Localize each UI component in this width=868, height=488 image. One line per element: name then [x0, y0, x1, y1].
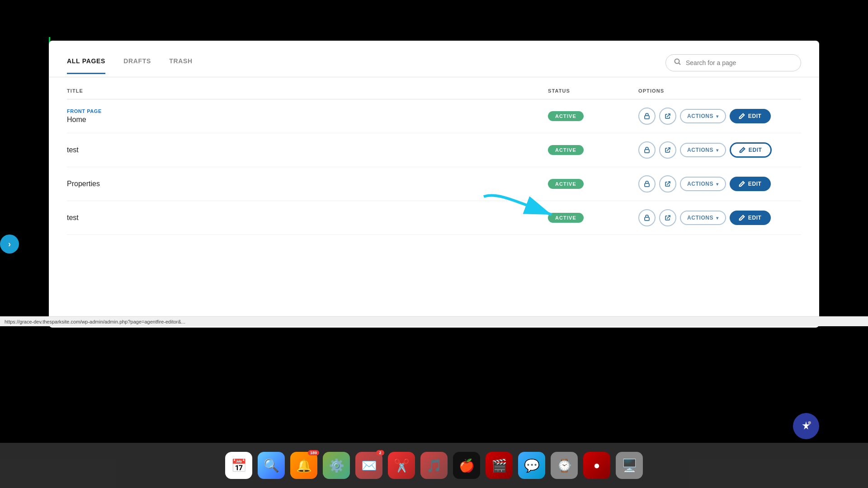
row-status-cell: ACTIVE: [548, 213, 638, 223]
svg-point-7: [808, 421, 811, 424]
edit-label: EDIT: [748, 215, 762, 221]
actions-button[interactable]: ACTIONS ▾: [680, 211, 726, 225]
scissors-icon: ✂️: [394, 458, 410, 473]
dock-icon-red[interactable]: ●: [583, 452, 610, 479]
search-bar[interactable]: [665, 54, 801, 71]
chevron-right-icon: ›: [8, 239, 11, 249]
external-link-button[interactable]: [659, 175, 676, 192]
svg-line-1: [679, 63, 681, 65]
chevron-down-icon: ▾: [716, 148, 719, 153]
svg-point-0: [675, 59, 679, 64]
status-badge: ACTIVE: [548, 111, 584, 121]
grid-icon: ⚙️: [329, 458, 344, 473]
actions-button[interactable]: ACTIONS ▾: [680, 109, 726, 123]
lock-icon-button[interactable]: [638, 175, 656, 192]
svg-rect-5: [645, 217, 649, 221]
external-link-button[interactable]: [659, 108, 676, 125]
dock-icon-video[interactable]: 🎬: [486, 452, 513, 479]
table-row: test ACTIVE ACTIONS ▾ EDIT: [67, 201, 801, 235]
tab-trash[interactable]: TRASH: [169, 57, 193, 74]
edit-label: EDIT: [748, 113, 762, 119]
row-options-cell: ACTIONS ▾ EDIT: [638, 108, 801, 125]
edit-button[interactable]: EDIT: [730, 109, 771, 123]
row-options-cell: ACTIONS ▾ EDIT: [638, 141, 801, 159]
dock-bar: 📅 🔍 🔔 189 ⚙️ ✉️ 2 ✂️ 🎵 🍎 🎬 💬 ⌚ ●: [0, 443, 868, 488]
status-bar: https://grace-dev.thesparksite.com/wp-ad…: [0, 316, 868, 326]
nav-expand-button[interactable]: ›: [0, 235, 19, 253]
tabs-left: ALL PAGES DRAFTS TRASH: [67, 57, 193, 74]
dock-icon-finder[interactable]: 🔍: [258, 452, 285, 479]
lock-icon-button[interactable]: [638, 141, 656, 159]
search-icon: [674, 58, 681, 67]
chevron-down-icon: ▾: [716, 216, 719, 221]
table-area: TITLE STATUS OPTIONS FRONT PAGE Home ACT…: [49, 77, 819, 235]
red-icon: ●: [594, 459, 600, 472]
status-url: https://grace-dev.thesparksite.com/wp-ad…: [5, 319, 185, 324]
dock-icon-messages[interactable]: ✉️ 2: [355, 452, 382, 479]
status-badge: ACTIVE: [548, 179, 584, 189]
notification-icon: 🔔: [296, 458, 312, 473]
dock-icon-grid[interactable]: ⚙️: [323, 452, 350, 479]
tabs-bar: ALL PAGES DRAFTS TRASH: [49, 41, 819, 77]
dock-icon-watch[interactable]: ⌚: [551, 452, 578, 479]
lock-icon-button[interactable]: [638, 209, 656, 226]
external-link-button[interactable]: [659, 141, 676, 159]
dock-icon-music[interactable]: 🎵: [420, 452, 448, 479]
row-title-cell: test: [67, 214, 548, 222]
edit-label: EDIT: [748, 181, 762, 187]
dock-icon-appletv[interactable]: 🍎: [453, 452, 480, 479]
table-row: test ACTIVE ACTIONS ▾ EDIT: [67, 133, 801, 167]
row-options-cell: ACTIONS ▾ EDIT: [638, 209, 801, 226]
external-link-button[interactable]: [659, 209, 676, 226]
row-title-cell: FRONT PAGE Home: [67, 108, 548, 124]
video-icon: 🎬: [491, 458, 507, 473]
row-front-page-label: FRONT PAGE: [67, 108, 548, 114]
tab-all-pages[interactable]: ALL PAGES: [67, 57, 105, 74]
dock-icon-notifications[interactable]: 🔔 189: [290, 452, 317, 479]
dock-icon-chat[interactable]: 💬: [518, 452, 545, 479]
dock-icon-scissors[interactable]: ✂️: [388, 452, 415, 479]
chevron-down-icon: ▾: [716, 114, 719, 119]
monitor-icon: 🖥️: [622, 458, 637, 473]
col-header-title: TITLE: [67, 88, 548, 94]
watch-icon: ⌚: [557, 458, 572, 473]
actions-label: ACTIONS: [687, 147, 713, 153]
status-badge: ACTIVE: [548, 145, 584, 155]
star-icon: [800, 420, 812, 432]
actions-button[interactable]: ACTIONS ▾: [680, 143, 726, 157]
row-status-cell: ACTIVE: [548, 179, 638, 189]
svg-rect-3: [645, 150, 649, 153]
edit-label: EDIT: [749, 147, 762, 153]
actions-label: ACTIONS: [687, 113, 713, 119]
row-title-cell: Properties: [67, 180, 548, 188]
message-badge: 2: [376, 450, 384, 455]
col-header-status: STATUS: [548, 88, 638, 94]
floating-action-button[interactable]: [793, 413, 819, 439]
edit-button-highlighted[interactable]: EDIT: [730, 142, 772, 158]
edit-button[interactable]: EDIT: [730, 177, 771, 191]
row-status-cell: ACTIVE: [548, 145, 638, 155]
content-panel: ALL PAGES DRAFTS TRASH TITLE STATUS OPTI…: [49, 41, 819, 328]
dock-icon-monitor[interactable]: 🖥️: [616, 452, 643, 479]
search-input[interactable]: [686, 59, 785, 66]
dock-icon-calendar[interactable]: 📅: [225, 452, 252, 479]
actions-label: ACTIONS: [687, 215, 713, 221]
appletv-icon: 🍎: [459, 458, 475, 473]
tab-drafts[interactable]: DRAFTS: [123, 57, 151, 74]
row-page-name: test: [67, 146, 548, 154]
svg-rect-4: [645, 183, 649, 187]
row-options-cell: ACTIONS ▾ EDIT: [638, 175, 801, 192]
row-title-cell: test: [67, 146, 548, 154]
table-row: Properties ACTIVE ACTIONS ▾ EDIT: [67, 167, 801, 201]
message-icon: ✉️: [361, 458, 377, 473]
row-status-cell: ACTIVE: [548, 111, 638, 121]
table-header: TITLE STATUS OPTIONS: [67, 77, 801, 99]
lock-icon-button[interactable]: [638, 108, 656, 125]
notification-badge: 189: [308, 450, 319, 455]
edit-button[interactable]: EDIT: [730, 211, 771, 225]
table-row: FRONT PAGE Home ACTIVE ACTIONS ▾: [67, 99, 801, 133]
actions-button[interactable]: ACTIONS ▾: [680, 177, 726, 191]
row-page-name: test: [67, 214, 548, 222]
top-bar: [0, 0, 868, 41]
svg-rect-2: [645, 116, 649, 119]
